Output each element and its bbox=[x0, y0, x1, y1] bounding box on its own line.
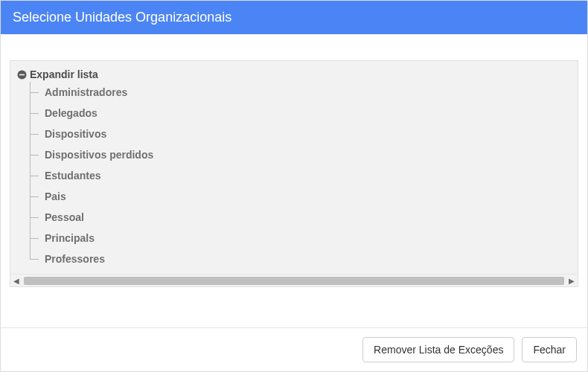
tree-item[interactable]: Professores bbox=[30, 248, 572, 269]
tree-branch-icon bbox=[30, 82, 43, 103]
dialog-header: Selecione Unidades Organizacionais bbox=[1, 1, 587, 34]
tree-item[interactable]: Pessoal bbox=[30, 207, 572, 228]
tree-item[interactable]: Estudantes bbox=[30, 165, 572, 186]
tree-item-label: Estudantes bbox=[43, 170, 100, 182]
tree-branch-icon bbox=[30, 124, 43, 144]
tree-branch-icon bbox=[30, 186, 43, 207]
scroll-right-arrow-icon[interactable]: ▶ bbox=[566, 275, 578, 287]
tree-item-label: Dispositivos perdidos bbox=[43, 149, 153, 161]
tree-item-label: Delegados bbox=[43, 107, 98, 119]
dialog-title: Selecione Unidades Organizacionais bbox=[13, 10, 231, 25]
dialog-footer: Remover Lista de Exceções Fechar bbox=[1, 327, 587, 371]
tree-item-label: Principals bbox=[43, 232, 95, 244]
tree-branch-icon bbox=[30, 103, 43, 124]
tree-item[interactable]: Pais bbox=[30, 186, 572, 207]
tree-item[interactable]: Dispositivos perdidos bbox=[30, 144, 572, 165]
remove-exceptions-button[interactable]: Remover Lista de Exceções bbox=[362, 337, 514, 362]
svg-rect-1 bbox=[19, 74, 25, 75]
tree-item[interactable]: Delegados bbox=[30, 103, 572, 124]
tree-item-label: Professores bbox=[43, 253, 105, 265]
tree-branch-icon bbox=[30, 144, 43, 165]
tree-item-label: Administradores bbox=[43, 86, 127, 98]
org-unit-tree-panel: Expandir lista Administradores Delegados… bbox=[10, 60, 578, 287]
collapse-icon[interactable] bbox=[16, 69, 27, 80]
tree-branch-icon bbox=[30, 207, 43, 228]
tree-item[interactable]: Dispositivos bbox=[30, 124, 572, 144]
dialog-content: Expandir lista Administradores Delegados… bbox=[1, 34, 587, 302]
scroll-left-arrow-icon[interactable]: ◀ bbox=[10, 275, 22, 287]
close-button[interactable]: Fechar bbox=[522, 337, 577, 362]
scrollbar-track[interactable] bbox=[24, 277, 564, 285]
tree-branch-icon bbox=[30, 248, 43, 269]
tree-item[interactable]: Principals bbox=[30, 228, 572, 248]
tree-root-row[interactable]: Expandir lista bbox=[16, 67, 572, 82]
horizontal-scrollbar[interactable]: ◀ ▶ bbox=[10, 274, 578, 286]
tree-item-label: Pais bbox=[43, 190, 66, 202]
tree-root-label: Expandir lista bbox=[30, 68, 98, 80]
tree-children: Administradores Delegados Dispositivos D… bbox=[30, 82, 572, 269]
tree-item-label: Dispositivos bbox=[43, 128, 106, 140]
org-unit-tree: Expandir lista Administradores Delegados… bbox=[10, 61, 578, 274]
tree-item-label: Pessoal bbox=[43, 211, 84, 223]
tree-branch-icon bbox=[30, 228, 43, 248]
tree-item[interactable]: Administradores bbox=[30, 82, 572, 103]
tree-branch-icon bbox=[30, 165, 43, 186]
